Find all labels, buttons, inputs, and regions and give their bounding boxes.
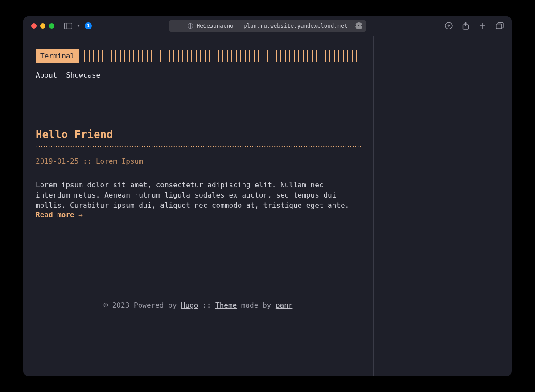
sidebar-toggle-icon[interactable]	[64, 23, 72, 29]
toolbar-left-group: 1	[64, 22, 92, 29]
footer-separator: ::	[198, 301, 215, 309]
main-nav: About Showcase	[36, 71, 361, 79]
close-window-button[interactable]	[31, 23, 37, 29]
nav-showcase[interactable]: Showcase	[66, 71, 100, 79]
downloads-icon[interactable]	[445, 22, 453, 29]
nav-about[interactable]: About	[36, 71, 57, 79]
post-excerpt: Lorem ipsum dolor sit amet, consectetur …	[36, 180, 361, 211]
browser-window: 1 Небезопасно — plan.ru.website.yandexcl…	[23, 16, 512, 376]
post-title[interactable]: Hello Friend	[36, 128, 361, 141]
post-item: Hello Friend 2019-01-25 :: Lorem Ipsum L…	[36, 128, 361, 219]
post-date: 2019-01-25	[36, 157, 78, 165]
svg-rect-0	[65, 23, 72, 29]
footer-theme-link[interactable]: Theme	[215, 301, 237, 309]
toolbar-right-group	[445, 22, 504, 30]
footer-panr-link[interactable]: panr	[276, 301, 293, 309]
footer-made-by: made by	[237, 301, 276, 309]
maximize-window-button[interactable]	[49, 23, 54, 29]
site-header: Terminal	[36, 49, 361, 63]
address-bar[interactable]: Небезопасно — plan.ru.website.yandexclou…	[169, 20, 366, 32]
share-icon[interactable]	[462, 22, 469, 30]
address-text: Небезопасно — plan.ru.website.yandexclou…	[197, 22, 348, 29]
read-more-link[interactable]: Read more →	[36, 210, 83, 219]
side-column	[374, 36, 512, 376]
tabs-overview-icon[interactable]	[496, 22, 504, 29]
chevron-down-icon[interactable]	[77, 25, 80, 27]
site-logo[interactable]: Terminal	[36, 49, 79, 63]
new-tab-icon[interactable]	[479, 22, 486, 29]
footer-hugo-link[interactable]: Hugo	[181, 301, 198, 309]
page-content: Terminal About Showcase Hello Friend 201…	[23, 36, 512, 376]
post-author: Lorem Ipsum	[96, 157, 143, 165]
svg-rect-4	[496, 24, 502, 29]
site-footer: © 2023 Powered by Hugo :: Theme made by …	[36, 283, 361, 363]
page-settings-icon[interactable]: •••	[355, 22, 362, 29]
dotted-rule-decoration	[36, 145, 361, 148]
meta-separator: ::	[83, 157, 91, 165]
globe-icon	[188, 23, 193, 29]
traffic-lights	[31, 23, 54, 29]
header-stripes-decoration	[84, 50, 361, 62]
titlebar: 1 Небезопасно — plan.ru.website.yandexcl…	[23, 16, 512, 36]
post-list: Hello Friend 2019-01-25 :: Lorem Ipsum L…	[36, 128, 361, 219]
post-meta: 2019-01-25 :: Lorem Ipsum	[36, 157, 361, 165]
footer-copyright: © 2023 Powered by	[104, 301, 181, 309]
main-column: Terminal About Showcase Hello Friend 201…	[23, 36, 374, 376]
minimize-window-button[interactable]	[40, 23, 45, 29]
password-manager-icon[interactable]: 1	[85, 22, 92, 29]
